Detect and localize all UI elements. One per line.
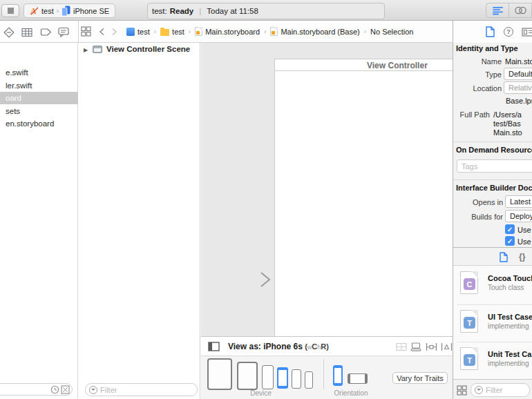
tags-input[interactable] [457,160,532,172]
breadcrumb-project[interactable]: test [126,28,150,36]
name-value[interactable]: Main.sto [505,57,532,66]
breakpoint-tag-icon [40,28,52,37]
scheme-target-label: test [41,7,54,15]
library-item-title[interactable]: Cocoa Touch [488,274,532,282]
add-constraints-icon[interactable] [426,342,437,351]
table-icon [21,28,32,37]
device-iphone-se-button[interactable] [292,369,301,389]
device-iphone-6s-plus-button[interactable] [262,365,274,389]
identity-section-header: Identity and Type [456,44,518,52]
breadcrumb-base[interactable]: Main.storyboard (Base) [270,27,359,36]
debug-navigator-tab[interactable] [21,26,33,38]
test-navigator-tab[interactable] [3,26,15,38]
simulator-device-icon [61,6,70,16]
device-bar-toggle-icon[interactable] [208,342,220,351]
breadcrumb-file-label: Main.storyboard [205,28,260,36]
library-separator [457,304,532,305]
device-screen [334,368,341,383]
file-template-library-tab-icon[interactable] [500,252,508,262]
library-item-subtitle: implementing [488,322,529,330]
breadcrumb-file[interactable]: Main.storyboard [195,27,260,36]
type-popup[interactable]: Default [504,68,532,80]
scene-title: View Controller [367,61,428,70]
library-grid-view-icon[interactable] [457,385,467,396]
use-auto-layout-checkbox[interactable]: ✓ [505,224,515,234]
recent-files-clock-icon[interactable] [50,385,59,394]
project-navigator: e.swift ler.swift oard sets en.storyboar… [0,43,78,399]
scm-status-icon[interactable] [61,385,70,394]
view-controller-view[interactable] [274,71,453,336]
align-icon[interactable] [441,342,453,351]
status-divider: | [196,7,204,15]
storyboard-canvas[interactable]: View Controller [201,43,453,336]
assistant-editor-icon [514,6,527,14]
main-toolbar: A test › iPhone SE test: Ready | Today a… [0,0,532,21]
library-item-title[interactable]: UI Test Case [488,313,532,321]
view-as-label[interactable]: View as: iPhone 6s (wChR) [228,342,329,351]
library-item-icon: C [460,271,478,294]
file-inspector-tab-icon[interactable] [486,26,495,37]
storyboard-file-icon [195,27,202,36]
section-separator [453,142,532,142]
report-navigator-tab[interactable] [57,26,70,38]
scene-row[interactable]: View Controller Scene [106,45,190,53]
opens-in-popup[interactable]: Latest [505,195,532,208]
device-ipad-pro-button[interactable] [207,358,232,390]
disclosure-triangle-icon[interactable]: ▶ [84,47,88,53]
use-trait-variations-checkbox[interactable]: ✓ [505,236,515,246]
activity-viewer: test: Ready | Today at 11:58 [147,3,385,19]
standard-editor-button[interactable] [486,3,509,17]
device-group-label: Device [207,389,314,397]
device-ipad-button[interactable] [237,362,258,390]
stop-icon [8,8,14,14]
breadcrumb-folder[interactable]: test [160,28,184,36]
file-row[interactable]: e.swift [0,66,78,79]
breadcrumb-separator: › [154,28,156,35]
library-item-subtitle: Touch class [488,284,524,291]
file-row[interactable]: en.storyboard [0,117,78,130]
outline-filter-input[interactable] [97,386,197,394]
scene-header-bar[interactable]: View Controller [274,59,453,71]
code-snippet-library-tab-icon[interactable]: {} [519,252,525,262]
orientation-portrait-button-selected[interactable] [333,365,343,386]
orientation-landscape-button[interactable] [348,373,368,384]
identity-inspector-tab-icon[interactable] [522,28,532,37]
stop-button[interactable] [1,4,19,17]
vary-for-traits-button[interactable]: Vary for Traits [392,372,448,384]
file-row-selected[interactable]: oard [0,92,78,104]
test-navigator-icon [3,27,15,38]
breadcrumb-selection[interactable]: No Selection [370,28,413,36]
library-tab-strip: {} [453,248,532,266]
library-item-title[interactable]: Unit Test Ca [488,350,531,358]
location-popup[interactable]: Relative [504,81,532,94]
library-separator [457,342,532,342]
breadcrumb-base-label: Main.storyboard (Base) [281,28,359,36]
library-filter-input[interactable] [483,386,529,394]
cocoa-touch-class-badge: C [464,278,475,290]
scheme-selector[interactable]: A test › iPhone SE [23,3,115,18]
breadcrumb-separator: › [189,28,191,35]
quick-help-inspector-tab-icon[interactable]: ? [504,27,513,37]
inspector-tab-strip: ? [453,21,532,43]
initial-view-controller-arrow[interactable] [214,271,274,288]
assistant-editor-button[interactable] [509,3,532,17]
subbar-divider [78,21,79,43]
file-row[interactable]: sets [0,105,78,117]
library-item-icon: T [460,310,478,333]
orientation-group-label: Orientation [320,389,382,397]
device-iphone-6s-button-selected[interactable] [277,367,288,389]
builds-for-popup[interactable]: Deploy [505,210,532,222]
folder-icon [160,29,169,36]
breakpoint-navigator-tab[interactable] [39,26,52,38]
odr-section-header: On Demand Resource Ta [456,146,532,154]
view-as-text: View as: iPhone 6s [228,342,305,351]
breadcrumb-separator: › [364,28,366,35]
full-path-label: Full Path [453,110,490,119]
forward-button-icon[interactable] [111,28,117,36]
navigator-filter-input[interactable] [0,385,50,393]
device-iphone-4s-button[interactable] [305,371,313,389]
file-row[interactable]: ler.swift [0,79,78,92]
back-button-icon[interactable] [99,28,105,36]
related-items-icon[interactable] [81,26,91,37]
stack-embed-icon[interactable] [410,342,421,351]
